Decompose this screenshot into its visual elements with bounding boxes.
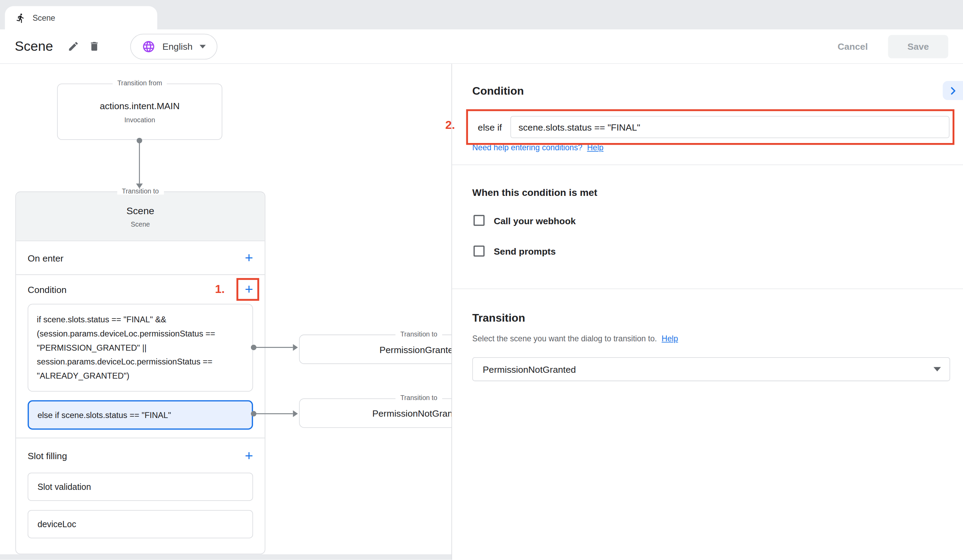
panel-divider-1 <box>452 164 963 165</box>
send-prompts-label: Send prompts <box>494 246 556 256</box>
collapse-panel-button[interactable] <box>943 81 963 100</box>
condition-item-2-selected[interactable]: else if scene.slots.status == "FINAL" <box>28 400 253 429</box>
slot-filling-section: Slot filling + Slot validation deviceLoc <box>16 439 265 539</box>
when-met-heading: When this condition is met <box>472 187 597 198</box>
add-slot-button[interactable]: + <box>245 448 253 463</box>
annotation-step1-label: 1. <box>215 282 225 296</box>
transition-help-link[interactable]: Help <box>661 334 678 343</box>
trash-icon <box>89 40 100 52</box>
send-prompts-option-row[interactable]: Send prompts <box>473 246 556 257</box>
transition-from-node[interactable]: Transition from actions.intent.MAIN Invo… <box>57 84 222 140</box>
webhook-option-row[interactable]: Call your webhook <box>473 215 576 226</box>
else-if-keyword: else if <box>478 122 502 132</box>
add-on-enter-button[interactable]: + <box>245 251 253 265</box>
intent-subtitle: Invocation <box>125 116 155 123</box>
send-prompts-checkbox[interactable] <box>473 246 485 257</box>
chevron-right-icon <box>947 84 959 97</box>
condition-label: Condition <box>28 284 67 295</box>
panel-condition-heading: Condition <box>472 85 524 97</box>
delete-scene-button[interactable] <box>84 36 104 57</box>
globe-icon <box>142 40 156 53</box>
scene-header: Scene English Cancel Save <box>0 29 963 64</box>
intent-name: actions.intent.MAIN <box>100 100 180 111</box>
target-legend-2: Transition to <box>396 394 442 401</box>
scene-node-title: Scene <box>126 205 154 216</box>
condition-input[interactable]: scene.slots.status == "FINAL" <box>511 116 950 138</box>
horizontal-scrollbar[interactable] <box>0 554 451 560</box>
transition-heading: Transition <box>472 312 525 325</box>
slot-filling-label: Slot filling <box>28 450 67 461</box>
language-selector[interactable]: English <box>130 34 217 60</box>
annotation-step2-box: 2. else if scene.slots.status == "FINAL" <box>466 109 955 145</box>
transition-scene-select[interactable]: PermissionNotGranted <box>472 357 950 381</box>
tab-label: Scene <box>32 13 55 23</box>
target-name-1: PermissionGranted <box>379 344 458 354</box>
webhook-label: Call your webhook <box>494 215 576 226</box>
slot-item-validation[interactable]: Slot validation <box>28 473 253 501</box>
tab-bar: Scene <box>0 0 963 29</box>
language-value: English <box>162 41 193 52</box>
on-enter-section: On enter + <box>16 241 265 275</box>
edit-scene-button[interactable] <box>63 36 84 57</box>
transition-description-text: Select the scene you want the dialog to … <box>472 334 657 343</box>
slot-filling-header: Slot filling + <box>28 439 253 473</box>
webhook-checkbox[interactable] <box>473 215 485 226</box>
on-enter-label: On enter <box>28 252 63 263</box>
annotation-step2-label: 2. <box>445 118 455 132</box>
transition-from-legend: Transition from <box>112 79 167 86</box>
scene-node: Transition to Scene Scene On enter + Con… <box>15 191 265 554</box>
tab-scene[interactable]: Scene <box>5 6 157 30</box>
panel-divider-2 <box>452 288 963 289</box>
add-condition-button[interactable]: + <box>245 282 253 296</box>
target-legend-1: Transition to <box>396 330 442 338</box>
page-title: Scene <box>15 38 53 54</box>
transition-to-legend: Transition to <box>117 187 164 194</box>
cancel-button[interactable]: Cancel <box>838 41 867 52</box>
scene-node-subtitle: Scene <box>131 220 150 227</box>
slot-item-deviceloc[interactable]: deviceLoc <box>28 510 253 539</box>
chevron-down-icon <box>199 45 206 49</box>
condition-editor-panel: Condition Need help entering conditions?… <box>451 64 963 560</box>
transition-scene-value: PermissionNotGranted <box>483 364 576 374</box>
pencil-icon <box>67 40 79 52</box>
transition-description: Select the scene you want the dialog to … <box>472 334 678 343</box>
scene-editor-window: Scene Scene English Cancel Save <box>0 0 963 560</box>
condition-item-1[interactable]: if scene.slots.status == "FINAL" && (ses… <box>28 304 253 392</box>
save-button[interactable]: Save <box>888 34 948 58</box>
scene-node-header[interactable]: Scene Scene <box>16 192 265 241</box>
main-content: Transition from actions.intent.MAIN Invo… <box>0 64 963 560</box>
select-chevron-down-icon <box>934 367 941 371</box>
condition-section: Condition + if scene.slots.status == "FI… <box>16 275 265 439</box>
actions-person-icon <box>15 13 26 23</box>
